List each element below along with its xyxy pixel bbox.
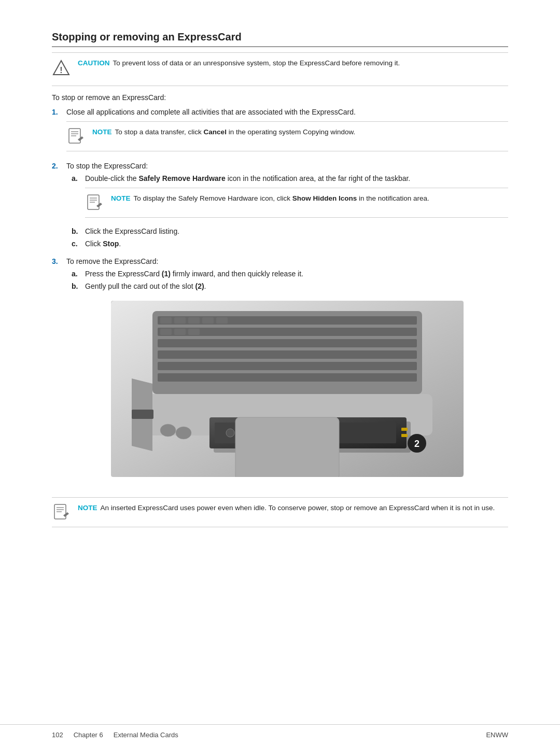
step-3a-label: a. <box>72 270 80 278</box>
laptop-expresscard-image: 1 2 <box>111 301 464 477</box>
svg-rect-16 <box>158 362 417 370</box>
note-2-body: To display the Safely Remove Hardware ic… <box>134 194 429 202</box>
svg-rect-20 <box>188 317 200 324</box>
step-2c: c. Click Stop. <box>72 240 508 248</box>
svg-point-41 <box>160 424 176 437</box>
step-1-content: Close all applications and complete all … <box>66 108 508 157</box>
footer-page-num: 102 <box>52 731 63 739</box>
step-3-text: To remove the ExpressCard: <box>66 257 158 265</box>
caution-body: To prevent loss of data or an unresponsi… <box>113 59 400 67</box>
step-3a-text: Press the ExpressCard (1) firmly inward,… <box>85 270 303 278</box>
step-3b: b. Gently pull the card out of the slot … <box>72 282 508 290</box>
svg-rect-22 <box>216 317 228 324</box>
step-3-substeps: a. Press the ExpressCard (1) firmly inwa… <box>72 270 508 290</box>
svg-text:2: 2 <box>414 439 419 449</box>
note-1-icon <box>66 127 85 146</box>
svg-rect-23 <box>160 329 172 335</box>
laptop-image-container: 1 2 <box>66 301 508 479</box>
note-1-text: NOTETo stop a data transfer, click Cance… <box>92 127 355 137</box>
note-2: NOTETo display the Safely Remove Hardwar… <box>85 188 508 218</box>
svg-rect-17 <box>158 373 417 382</box>
note-1: NOTETo stop a data transfer, click Cance… <box>66 121 508 151</box>
step-2b-text: Click the ExpressCard listing. <box>85 227 179 235</box>
step-2-substeps: a. Double-click the Safely Remove Hardwa… <box>72 174 508 248</box>
svg-rect-28 <box>132 410 153 419</box>
svg-rect-21 <box>202 317 214 324</box>
step-1-num: 1. <box>52 108 61 116</box>
note-2-text: NOTETo display the Safely Remove Hardwar… <box>111 193 429 204</box>
svg-rect-33 <box>401 428 408 431</box>
note-2-icon <box>85 193 104 212</box>
step-2-num: 2. <box>52 162 61 170</box>
svg-rect-24 <box>174 329 186 335</box>
bottom-note-label: NOTE <box>78 504 97 512</box>
note-2-label: NOTE <box>111 194 131 202</box>
step-3-content: To remove the ExpressCard: a. Press the … <box>66 257 508 489</box>
bottom-note-body: An inserted ExpressCard uses power even … <box>101 504 495 512</box>
step-2c-label: c. <box>72 240 80 248</box>
step-2b: b. Click the ExpressCard listing. <box>72 227 508 235</box>
caution-label: CAUTION <box>78 59 110 67</box>
step-2a-label: a. <box>72 174 80 182</box>
step-3-num: 3. <box>52 257 61 265</box>
intro-text: To stop or remove an ExpressCard: <box>52 93 508 102</box>
step-2a-content: Double-click the Safely Remove Hardware … <box>85 174 508 223</box>
footer-brand: ENWW <box>486 731 508 739</box>
main-steps: 1. Close all applications and complete a… <box>52 108 508 489</box>
step-3b-text: Gently pull the card out of the slot (2)… <box>85 282 206 290</box>
step-2c-content: Click Stop. <box>85 240 508 248</box>
note-1-body: To stop a data transfer, click Cancel in… <box>115 128 356 136</box>
caution-icon: ! <box>52 59 71 80</box>
caution-text: CAUTIONTo prevent loss of data or an unr… <box>78 58 400 68</box>
footer-chapter-label: External Media Cards <box>114 731 178 739</box>
svg-rect-43 <box>235 417 339 477</box>
svg-rect-19 <box>174 317 186 324</box>
step-2-text: To stop the ExpressCard: <box>66 162 148 170</box>
bottom-note: NOTEAn inserted ExpressCard uses power e… <box>52 497 508 527</box>
svg-rect-15 <box>158 350 417 359</box>
step-3a-content: Press the ExpressCard (1) firmly inward,… <box>85 270 508 278</box>
step-3b-label: b. <box>72 282 80 290</box>
svg-rect-14 <box>158 339 417 347</box>
step-2c-text: Click Stop. <box>85 240 121 248</box>
note-1-label: NOTE <box>92 128 112 136</box>
svg-rect-18 <box>160 317 172 324</box>
svg-text:!: ! <box>60 66 62 75</box>
step-2a: a. Double-click the Safely Remove Hardwa… <box>72 174 508 223</box>
step-1-text: Close all applications and complete all … <box>66 108 356 116</box>
svg-rect-34 <box>401 434 408 437</box>
svg-point-42 <box>176 427 191 439</box>
step-2-content: To stop the ExpressCard: a. Double-click… <box>66 162 508 252</box>
svg-rect-25 <box>188 329 200 335</box>
footer: 102 Chapter 6 External Media Cards ENWW <box>0 724 560 745</box>
bottom-note-icon <box>52 503 71 522</box>
step-2: 2. To stop the ExpressCard: a. Double-cl… <box>52 162 508 252</box>
step-1: 1. Close all applications and complete a… <box>52 108 508 157</box>
step-2b-content: Click the ExpressCard listing. <box>85 227 508 235</box>
caution-box: ! CAUTIONTo prevent loss of data or an u… <box>52 52 508 86</box>
step-3: 3. To remove the ExpressCard: a. Press t… <box>52 257 508 489</box>
bottom-note-text: NOTEAn inserted ExpressCard uses power e… <box>78 503 495 513</box>
step-3b-content: Gently pull the card out of the slot (2)… <box>85 282 508 290</box>
footer-left: 102 Chapter 6 External Media Cards <box>52 731 178 739</box>
footer-chapter: Chapter 6 <box>74 731 103 739</box>
step-3a: a. Press the ExpressCard (1) firmly inwa… <box>72 270 508 278</box>
step-2a-text: Double-click the Safely Remove Hardware … <box>85 174 410 182</box>
svg-point-35 <box>226 429 234 437</box>
page-title: Stopping or removing an ExpressCard <box>52 31 508 47</box>
step-2b-label: b. <box>72 227 80 235</box>
